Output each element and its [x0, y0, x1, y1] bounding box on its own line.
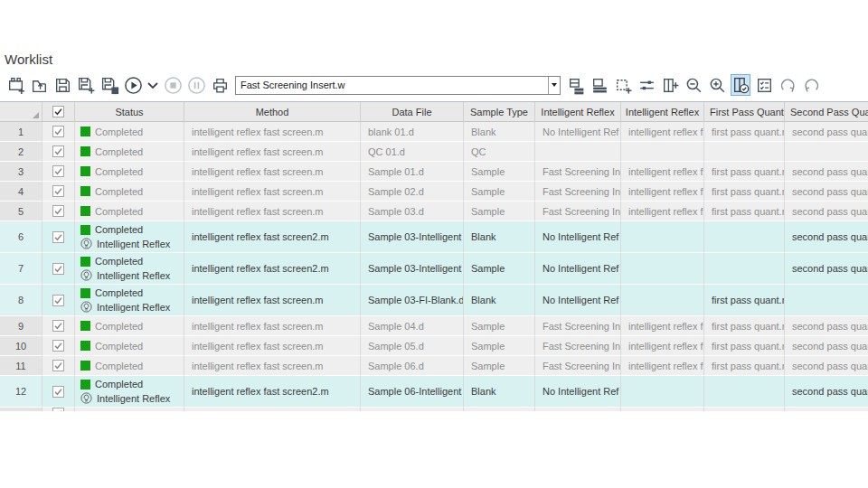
intelligent-reflex-2-cell[interactable] — [621, 221, 704, 253]
method-cell[interactable]: intelligent reflex fast screen2.m — [184, 253, 361, 285]
zoom-out-button[interactable] — [684, 74, 703, 96]
status-cell[interactable]: CompletedIntelligent Reflex — [75, 221, 184, 253]
row-number[interactable]: 8 — [0, 285, 42, 316]
row-number[interactable]: 3 — [0, 162, 42, 182]
row-number[interactable]: 7 — [0, 253, 42, 285]
intelligent-reflex-1-cell[interactable]: No Intelligent Ref — [535, 221, 621, 253]
data-file-cell[interactable]: Sample 03.d — [361, 202, 464, 221]
intelligent-reflex-1-cell[interactable] — [535, 142, 621, 162]
sample-type-cell[interactable]: Blank — [464, 122, 535, 142]
combobox-dropdown-button[interactable] — [548, 77, 560, 94]
method-cell[interactable]: intelligent reflex fast screen.m — [184, 182, 361, 202]
add-multiple-samples-button[interactable] — [590, 74, 609, 96]
intelligent-reflex-2-cell[interactable]: intelligent reflex f — [621, 316, 704, 336]
data-file-cell[interactable]: QC 01.d — [361, 142, 464, 162]
second-pass-quant-cell[interactable]: second pass quar — [785, 316, 868, 336]
method-cell[interactable]: intelligent reflex fast screen.m — [184, 316, 361, 336]
sample-type-cell[interactable]: Sample — [464, 253, 535, 285]
sample-type-cell[interactable]: Blank — [464, 221, 535, 253]
method-cell[interactable]: intelligent reflex fast screen.m — [184, 285, 361, 316]
run-button[interactable] — [123, 74, 143, 96]
filter-settings-button[interactable] — [637, 74, 656, 96]
row-checkbox[interactable] — [42, 408, 75, 411]
status-cell[interactable]: CompletedIntelligent Reflex — [75, 253, 184, 285]
row-number[interactable]: 9 — [0, 316, 42, 336]
second-pass-quant-cell[interactable]: second pass quar — [785, 202, 868, 221]
intelligent-reflex-2-cell[interactable]: intelligent reflex f — [621, 356, 704, 376]
intelligent-reflex-1-cell[interactable]: No Intelligent Ref — [535, 285, 621, 316]
data-file-cell[interactable]: Sample 02.d — [361, 182, 464, 202]
first-pass-quant-cell[interactable]: first pass quant.n — [704, 202, 785, 221]
row-checkbox[interactable] — [42, 122, 75, 142]
sample-type-cell[interactable] — [464, 408, 535, 411]
sample-type-cell[interactable]: Blank — [464, 376, 535, 408]
sample-type-cell[interactable]: Blank — [464, 285, 535, 316]
column-header-first-pass-quant-m[interactable]: First Pass Quant M — [704, 102, 785, 122]
worklist-run-checklist-button[interactable] — [754, 74, 774, 96]
intelligent-reflex-2-cell[interactable] — [621, 376, 704, 408]
method-cell[interactable]: intelligent reflex fast screen.m — [184, 122, 361, 142]
second-pass-quant-cell[interactable]: second pass quar — [785, 253, 868, 285]
row-checkbox[interactable] — [42, 253, 75, 285]
first-pass-quant-cell[interactable]: first pass quant.n — [704, 356, 785, 376]
row-number[interactable] — [0, 408, 42, 411]
method-cell[interactable]: intelligent reflex fast screen.m — [184, 336, 361, 356]
row-checkbox[interactable] — [42, 356, 75, 376]
second-pass-quant-cell[interactable] — [785, 142, 868, 162]
data-file-cell[interactable]: Sample 03-Intelligent F — [361, 253, 464, 285]
redo-button[interactable] — [778, 74, 797, 96]
data-file-cell[interactable]: Sample 04.d — [361, 316, 464, 336]
method-cell[interactable]: intelligent reflex fast screen.m — [184, 356, 361, 376]
row-number[interactable]: 12 — [0, 376, 42, 408]
row-number[interactable]: 2 — [0, 142, 42, 162]
intelligent-reflex-1-cell[interactable] — [535, 408, 621, 411]
first-pass-quant-cell[interactable]: first pass quant.n — [704, 336, 785, 356]
status-cell[interactable]: Completed — [75, 122, 184, 142]
pause-button[interactable] — [186, 74, 206, 96]
sample-type-cell[interactable]: Sample — [464, 356, 535, 376]
data-file-cell[interactable]: Sample 01.d — [361, 162, 464, 182]
column-header-second-pass-quant[interactable]: Second Pass Quant — [785, 102, 868, 122]
status-cell[interactable]: Completed — [75, 356, 184, 376]
row-checkbox[interactable] — [42, 162, 75, 182]
intelligent-reflex-2-cell[interactable] — [621, 408, 704, 411]
row-checkbox[interactable] — [42, 182, 75, 202]
column-header-data-file[interactable]: Data File — [361, 102, 464, 122]
chevron-down-button[interactable] — [146, 74, 159, 96]
data-file-cell[interactable]: Sample 05.d — [361, 336, 464, 356]
method-cell[interactable]: intelligent reflex fast screen2.m — [184, 221, 361, 253]
intelligent-reflex-1-cell[interactable]: No Intelligent Ref — [535, 253, 621, 285]
method-cell[interactable]: intelligent reflex fast screen.m — [184, 142, 361, 162]
zoom-in-button[interactable] — [707, 74, 727, 96]
row-number[interactable]: 4 — [0, 182, 42, 202]
intelligent-reflex-2-cell[interactable] — [621, 285, 704, 316]
save-button[interactable] — [52, 74, 72, 96]
new-worklist-button[interactable] — [5, 74, 25, 96]
first-pass-quant-cell[interactable]: first pass quant.n — [704, 122, 785, 142]
column-check-button[interactable] — [731, 74, 750, 96]
intelligent-reflex-1-cell[interactable]: Fast Screening Ins — [535, 182, 621, 202]
data-file-cell[interactable] — [361, 408, 464, 411]
row-checkbox[interactable] — [42, 316, 75, 336]
first-pass-quant-cell[interactable] — [704, 408, 785, 411]
first-pass-quant-cell[interactable]: first pass quant.n — [704, 285, 785, 316]
first-pass-quant-cell[interactable]: first pass quant.n — [704, 182, 785, 202]
status-cell[interactable]: Completed — [75, 408, 184, 411]
column-header-intelligent-reflex[interactable]: Intelligent Reflex — [535, 102, 621, 122]
row-number[interactable]: 5 — [0, 202, 42, 221]
data-file-cell[interactable]: Sample 06-Intelligent F — [361, 376, 464, 408]
second-pass-quant-cell[interactable]: second pass quar — [785, 376, 868, 408]
second-pass-quant-cell[interactable]: second pass quar — [785, 356, 868, 376]
intelligent-reflex-1-cell[interactable]: No Intelligent Ref — [535, 376, 621, 408]
row-number[interactable]: 1 — [0, 122, 42, 142]
status-cell[interactable]: Completed — [75, 316, 184, 336]
open-worklist-button[interactable] — [29, 74, 49, 96]
header-select-all-checkbox[interactable] — [42, 102, 75, 122]
intelligent-reflex-1-cell[interactable]: Fast Screening Ins — [535, 162, 621, 182]
data-file-cell[interactable]: Sample 03-FI-Blank.d — [361, 285, 464, 316]
method-cell[interactable]: intelligent reflex fast screen.m — [184, 202, 361, 221]
row-checkbox[interactable] — [42, 376, 75, 408]
intelligent-reflex-2-cell[interactable]: intelligent reflex f — [621, 162, 704, 182]
intelligent-reflex-1-cell[interactable]: Fast Screening Ins — [535, 356, 621, 376]
status-cell[interactable]: Completed — [75, 202, 184, 221]
